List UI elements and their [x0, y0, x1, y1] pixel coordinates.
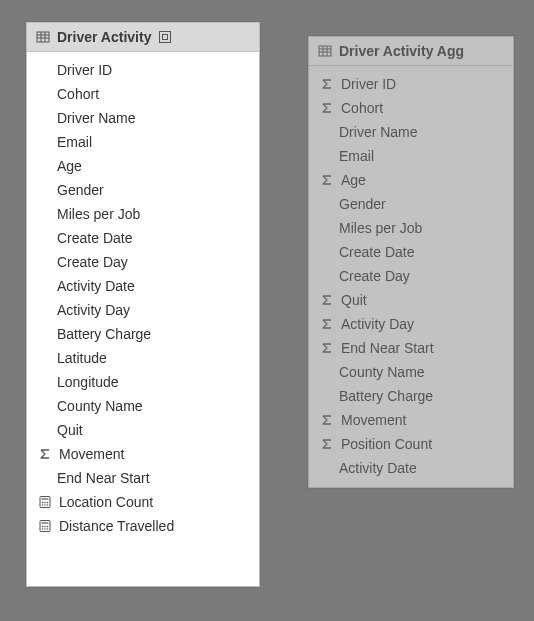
dedup-icon	[157, 29, 173, 45]
field-label: Activity Date	[339, 458, 505, 478]
field-label: Position Count	[341, 434, 505, 454]
field-row[interactable]: Distance Travelled	[27, 514, 259, 538]
field-label: End Near Start	[57, 468, 251, 488]
svg-point-10	[44, 502, 46, 504]
field-label: Driver Name	[339, 122, 505, 142]
field-row[interactable]: Create Date	[309, 240, 513, 264]
field-list: Driver IDCohortDriver NameEmailAgeGender…	[309, 66, 513, 490]
field-row[interactable]: County Name	[309, 360, 513, 384]
sigma-icon	[319, 292, 335, 308]
field-row[interactable]: Cohort	[309, 96, 513, 120]
field-row[interactable]: Quit	[27, 418, 259, 442]
field-label: Gender	[339, 194, 505, 214]
field-label: End Near Start	[341, 338, 505, 358]
sigma-icon	[319, 412, 335, 428]
table-title: Driver Activity Agg	[339, 43, 464, 59]
field-label: Longitude	[57, 372, 251, 392]
field-row[interactable]: Position Count	[309, 432, 513, 456]
field-label: Create Date	[57, 228, 251, 248]
field-label: Create Date	[339, 242, 505, 262]
svg-point-13	[44, 504, 46, 506]
field-row[interactable]: Age	[27, 154, 259, 178]
svg-point-9	[42, 502, 44, 504]
field-row[interactable]: Miles per Job	[309, 216, 513, 240]
table-card-driver-activity-agg[interactable]: Driver Activity Agg Driver IDCohortDrive…	[308, 36, 514, 488]
field-label: Gender	[57, 180, 251, 200]
field-row[interactable]: Miles per Job	[27, 202, 259, 226]
field-row[interactable]: Quit	[309, 288, 513, 312]
field-label: Driver Name	[57, 108, 251, 128]
field-row[interactable]: Driver Name	[27, 106, 259, 130]
svg-point-14	[47, 504, 49, 506]
field-row[interactable]: Battery Charge	[27, 322, 259, 346]
field-row[interactable]: Create Date	[27, 226, 259, 250]
field-label: Miles per Job	[57, 204, 251, 224]
field-row[interactable]: Create Day	[309, 264, 513, 288]
svg-point-11	[47, 502, 49, 504]
svg-point-19	[47, 526, 49, 528]
field-list: Driver IDCohortDriver NameEmailAgeGender…	[27, 52, 259, 548]
field-label: Driver ID	[341, 74, 505, 94]
field-label: Distance Travelled	[59, 516, 251, 536]
field-row[interactable]: Driver ID	[309, 72, 513, 96]
sigma-icon	[37, 446, 53, 462]
field-row[interactable]: Activity Day	[27, 298, 259, 322]
field-label: Age	[57, 156, 251, 176]
svg-rect-16	[42, 522, 49, 524]
field-row[interactable]: Activity Day	[309, 312, 513, 336]
field-label: Email	[57, 132, 251, 152]
field-label: Latitude	[57, 348, 251, 368]
field-row[interactable]: Battery Charge	[309, 384, 513, 408]
sigma-icon	[319, 100, 335, 116]
field-row[interactable]: Driver Name	[309, 120, 513, 144]
field-row[interactable]: Age	[309, 168, 513, 192]
field-label: Quit	[341, 290, 505, 310]
svg-point-20	[42, 528, 44, 530]
field-row[interactable]: Longitude	[27, 370, 259, 394]
field-label: Activity Day	[57, 300, 251, 320]
table-icon	[35, 29, 51, 45]
field-row[interactable]: Activity Date	[309, 456, 513, 480]
field-label: County Name	[57, 396, 251, 416]
field-row[interactable]: Gender	[309, 192, 513, 216]
field-label: Location Count	[59, 492, 251, 512]
field-row[interactable]: Movement	[309, 408, 513, 432]
field-label: Cohort	[341, 98, 505, 118]
calc-icon	[37, 518, 53, 534]
field-row[interactable]: End Near Start	[27, 466, 259, 490]
field-row[interactable]: End Near Start	[309, 336, 513, 360]
field-label: Cohort	[57, 84, 251, 104]
field-label: Quit	[57, 420, 251, 440]
svg-rect-23	[319, 46, 331, 56]
field-row[interactable]: Latitude	[27, 346, 259, 370]
field-label: Battery Charge	[57, 324, 251, 344]
field-row[interactable]: County Name	[27, 394, 259, 418]
table-header[interactable]: Driver Activity Agg	[309, 37, 513, 66]
field-row[interactable]: Activity Date	[27, 274, 259, 298]
sigma-icon	[319, 76, 335, 92]
field-row[interactable]: Email	[309, 144, 513, 168]
table-title: Driver Activity	[57, 29, 151, 45]
sigma-icon	[319, 316, 335, 332]
svg-point-18	[44, 526, 46, 528]
field-row[interactable]: Email	[27, 130, 259, 154]
svg-point-12	[42, 504, 44, 506]
field-label: Age	[341, 170, 505, 190]
sigma-icon	[319, 340, 335, 356]
field-label: Battery Charge	[339, 386, 505, 406]
field-row[interactable]: Cohort	[27, 82, 259, 106]
table-card-driver-activity[interactable]: Driver Activity Driver IDCohortDriver Na…	[26, 22, 260, 587]
field-label: Create Day	[339, 266, 505, 286]
model-canvas[interactable]: Driver Activity Driver IDCohortDriver Na…	[8, 8, 526, 613]
field-row[interactable]: Driver ID	[27, 58, 259, 82]
field-row[interactable]: Location Count	[27, 490, 259, 514]
field-label: Miles per Job	[339, 218, 505, 238]
field-label: Create Day	[57, 252, 251, 272]
field-label: Email	[339, 146, 505, 166]
field-row[interactable]: Gender	[27, 178, 259, 202]
field-row[interactable]: Movement	[27, 442, 259, 466]
field-label: Movement	[341, 410, 505, 430]
field-row[interactable]: Create Day	[27, 250, 259, 274]
sigma-icon	[319, 436, 335, 452]
table-header[interactable]: Driver Activity	[27, 23, 259, 52]
